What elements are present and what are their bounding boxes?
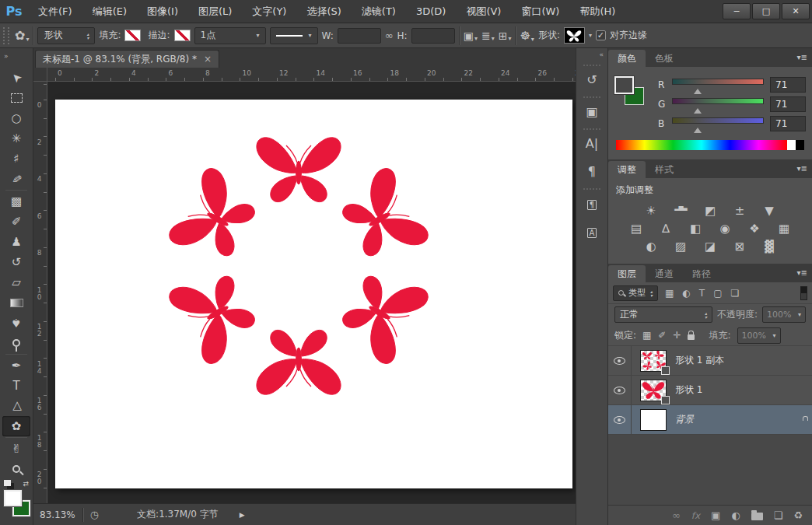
gradient-map-icon[interactable]: ▓ [761, 240, 778, 254]
menu-item-9[interactable]: 窗口(W) [511, 0, 569, 23]
eyedropper-tool[interactable]: ✎ [2, 169, 30, 189]
paragraph-panel-icon[interactable]: ¶ [576, 158, 607, 186]
menu-item-5[interactable]: 选择(S) [296, 0, 351, 23]
align-edges-checkbox[interactable]: ✓ [596, 30, 606, 40]
channel-mixer-icon[interactable]: ❖ [746, 222, 763, 236]
clone-stamp-tool[interactable]: ♟ [2, 232, 30, 252]
path-selection-tool[interactable]: ▷ [2, 396, 30, 416]
menu-item-10[interactable]: 帮助(H) [569, 0, 625, 23]
color-balance-icon[interactable]: ∆ [657, 222, 674, 236]
hue-saturation-icon[interactable]: ▤ [628, 222, 645, 236]
lock-transparency-icon[interactable]: ▦ [642, 330, 651, 341]
character-styles-panel-icon[interactable]: ¶ [576, 190, 607, 218]
paragraph-styles-panel-icon[interactable]: A [576, 218, 607, 246]
black-pick[interactable] [796, 140, 804, 150]
butterfly-shape-3[interactable] [257, 330, 341, 394]
quick-selection-tool[interactable]: ✳ [2, 128, 30, 149]
zoom-tool[interactable] [2, 459, 30, 479]
layer-row-2[interactable]: 背景 [608, 405, 812, 435]
exposure-icon[interactable]: ± [731, 204, 748, 218]
dodge-tool[interactable] [2, 333, 30, 353]
channel-value-G[interactable]: 71 [770, 96, 806, 112]
spectrum-ramp[interactable] [616, 140, 787, 150]
visibility-toggle[interactable] [608, 376, 632, 404]
shape-picker-thumbnail[interactable] [564, 27, 585, 44]
close-button[interactable]: ✕ [782, 3, 810, 19]
menu-item-1[interactable]: 编辑(E) [82, 0, 137, 23]
width-input[interactable] [338, 28, 381, 44]
opacity-field[interactable]: 100% ▾ [762, 306, 806, 323]
layer-thumbnail[interactable] [640, 350, 667, 372]
channel-slider-G[interactable] [672, 96, 764, 113]
menu-item-0[interactable]: 文件(F) [28, 0, 82, 23]
black-white-icon[interactable]: ◧ [687, 222, 704, 236]
options-bar-grip[interactable] [3, 27, 9, 44]
color-tab-色板[interactable]: 色板 [646, 50, 683, 67]
filter-shape-layers-icon[interactable]: ▢ [713, 288, 722, 299]
tool-preset-button[interactable]: ✿ ▾ [15, 28, 29, 43]
move-tool[interactable]: ➤ [2, 68, 30, 88]
path-operations-button[interactable]: ▣▾ [464, 30, 478, 42]
layer-row-1[interactable]: 形状 1 [608, 376, 812, 405]
filter-type-layers-icon[interactable]: T [699, 288, 705, 299]
menu-item-7[interactable]: 3D(D) [406, 0, 456, 23]
layers-tab-图层[interactable]: 图层 [608, 265, 646, 282]
invert-icon[interactable]: ◐ [642, 240, 660, 254]
gradient-tool[interactable] [2, 292, 30, 313]
photo-filter-icon[interactable]: ◉ [716, 222, 733, 236]
fill-field[interactable]: 100% ▾ [737, 327, 781, 344]
menu-item-3[interactable]: 图层(L) [188, 0, 242, 23]
properties-panel-icon[interactable]: ▣ [576, 98, 607, 126]
posterize-icon[interactable]: ▨ [672, 240, 689, 254]
butterfly-shape-1[interactable] [333, 166, 431, 271]
selective-color-icon[interactable]: ⊠ [731, 240, 748, 254]
lock-paint-icon[interactable]: ✐ [658, 330, 666, 341]
height-input[interactable] [411, 28, 455, 44]
default-colors-icon[interactable] [4, 480, 11, 486]
tool-mode-select[interactable]: 形状 ▴▾ [37, 27, 95, 44]
layers-tab-通道[interactable]: 通道 [646, 265, 683, 282]
tools-panel-expander[interactable]: » [0, 48, 33, 68]
lasso-tool[interactable]: ○ [2, 108, 30, 128]
close-tab-icon[interactable]: × [204, 54, 212, 65]
channel-value-B[interactable]: 71 [770, 116, 806, 131]
link-layers-icon[interactable]: ∞ [672, 509, 681, 521]
butterfly-shape-2[interactable] [333, 261, 431, 366]
hand-tool[interactable]: ✌ [2, 439, 30, 459]
menu-item-8[interactable]: 视图(V) [456, 0, 511, 23]
channel-slider-B[interactable] [672, 115, 764, 132]
menu-item-2[interactable]: 图像(I) [137, 0, 188, 23]
path-alignment-button[interactable]: ≣▾ [481, 30, 495, 42]
panel-menu-icon[interactable]: ▾≣ [797, 53, 807, 61]
slider-thumb[interactable] [694, 124, 702, 133]
history-panel-icon[interactable]: ↺ [576, 66, 607, 94]
vibrance-icon[interactable]: ▼ [761, 204, 778, 218]
layer-thumbnail[interactable] [640, 380, 667, 401]
brightness-contrast-icon[interactable]: ☀ [642, 204, 660, 218]
visibility-toggle[interactable] [608, 346, 632, 375]
slider-thumb[interactable] [694, 85, 702, 94]
geometry-options-button[interactable]: ☸▾ [520, 29, 534, 43]
filter-smart-objects-icon[interactable]: ❏ [730, 288, 739, 299]
pen-tool[interactable]: ✒ [2, 355, 30, 376]
foreground-color-swatch[interactable] [614, 76, 634, 94]
delete-layer-icon[interactable]: ♻ [793, 509, 803, 521]
menu-item-6[interactable]: 滤镜(T) [352, 0, 406, 23]
stroke-width-select[interactable]: 1点 ▾ [194, 27, 266, 44]
panel-menu-icon[interactable]: ▾≣ [797, 164, 807, 173]
filtering-toggle[interactable] [800, 286, 807, 300]
channel-value-R[interactable]: 71 [770, 77, 806, 93]
stroke-style-select[interactable]: ▾ [270, 27, 318, 44]
blend-mode-select[interactable]: 正常 ▴▾ [614, 306, 712, 323]
menu-item-4[interactable]: 文字(Y) [242, 0, 296, 23]
butterfly-shape-5[interactable] [166, 166, 264, 271]
levels-icon[interactable]: ▂▅▃ [672, 204, 689, 218]
character-panel-icon[interactable]: A| [576, 130, 607, 158]
layer-row-0[interactable]: 形状 1 副本 [608, 346, 812, 376]
crop-tool[interactable]: ♯ [2, 149, 30, 169]
adjustments-tab-样式[interactable]: 样式 [646, 161, 683, 178]
collapse-dock-button[interactable]: « [576, 48, 607, 62]
minimize-button[interactable]: ─ [723, 3, 751, 19]
channel-slider-R[interactable] [672, 76, 764, 93]
document-tab[interactable]: 未标题-1 @ 83.1% (背景, RGB/8) * × [35, 50, 219, 68]
